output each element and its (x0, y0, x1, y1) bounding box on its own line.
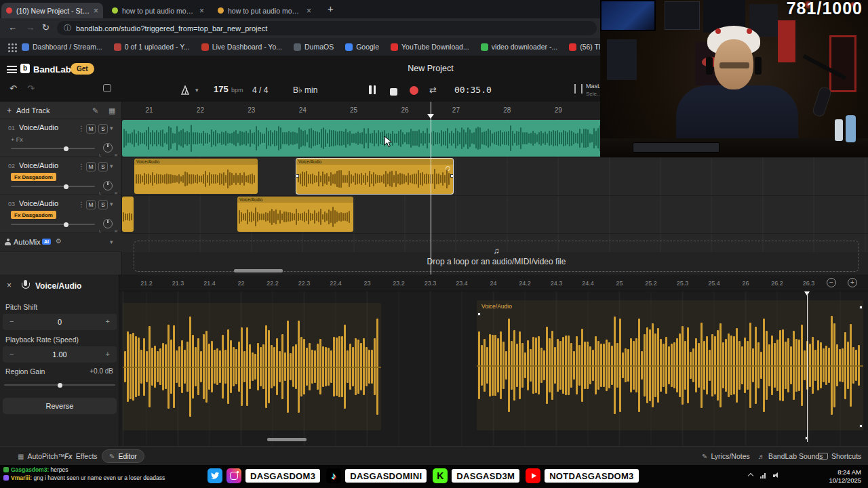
track-header-2[interactable]: 02 Voice/Audio Fx Dasgasdom ⋮ M S ▾ L R (0, 157, 122, 195)
audio-clip-track3-b[interactable]: Voice/Audio (237, 197, 353, 232)
close-tab-icon[interactable]: × (199, 6, 204, 16)
plus-icon[interactable]: + (106, 317, 110, 325)
effects-tab[interactable]: Fx Effects (64, 447, 98, 466)
editor-tab[interactable]: ✎ Editor (102, 449, 144, 463)
region-gain-slider[interactable] (4, 384, 115, 386)
editor-clip-right[interactable]: Voice/Audio (477, 300, 863, 430)
solo-button[interactable]: S (98, 162, 108, 171)
add-track-row[interactable]: + Add Track ✎ ▦ (0, 102, 122, 119)
close-tab-icon[interactable]: × (94, 6, 98, 16)
redo-icon[interactable]: ↷ (27, 83, 35, 94)
playhead[interactable] (431, 102, 431, 274)
audio-clip-track2-a[interactable]: Voice/Audio (134, 159, 258, 194)
bandlab-logo[interactable]: b (20, 64, 30, 73)
add-fx-button[interactable]: + Fx (11, 136, 23, 143)
gear-icon[interactable]: ⚙ (56, 237, 62, 245)
lyrics-notes-button[interactable]: ✎ Lyrics/Notes (702, 447, 750, 466)
audio-clip-track3-a[interactable] (122, 197, 134, 232)
volume-slider[interactable] (11, 186, 95, 187)
bandlab-sounds-button[interactable]: ♬ BandLab Sounds (758, 447, 823, 466)
new-tab-button[interactable]: + (328, 3, 334, 14)
solo-button[interactable]: S (98, 200, 108, 209)
stop-button[interactable] (390, 86, 397, 98)
clip-handle[interactable] (450, 174, 453, 178)
system-clock[interactable]: 8:24 AM 10/12/2025 (812, 468, 861, 485)
reverse-button[interactable]: Reverse (3, 398, 117, 414)
editor-playhead[interactable] (807, 291, 808, 442)
autopitch-tab[interactable]: ▦ AutoPitch™ (18, 447, 65, 466)
shortcuts-button[interactable]: Shortcuts (818, 447, 861, 466)
close-tab-icon[interactable]: × (307, 6, 311, 16)
menu-icon[interactable] (7, 66, 17, 73)
bookmark-item[interactable]: YouTube Download... (391, 43, 469, 51)
chevron-down-icon[interactable]: ▾ (110, 163, 113, 169)
mute-button[interactable]: M (86, 200, 96, 209)
record-button[interactable] (410, 85, 418, 98)
mute-button[interactable]: M (86, 162, 96, 171)
master-fader-icon[interactable] (574, 84, 583, 94)
loop-icon[interactable]: ⇄ (429, 85, 437, 95)
site-info-icon[interactable]: ⓘ (64, 23, 71, 33)
kebab-menu-icon[interactable]: ⋮ (78, 125, 85, 132)
kebab-menu-icon[interactable]: ⋮ (78, 163, 85, 170)
bookmark-item[interactable]: video downloader -... (481, 43, 557, 51)
pan-knob[interactable] (103, 181, 113, 190)
track-header-1[interactable]: 01 Voice/Audio + Fx ⋮ M S ▾ L R (0, 119, 122, 157)
browser-tab-3[interactable]: how to put audio mono on ba × (213, 3, 316, 18)
refresh-icon[interactable]: ↻ (42, 22, 50, 33)
solo-button[interactable]: S (98, 124, 108, 134)
fx-preset-badge[interactable]: Fx Dasgasdom (11, 211, 56, 219)
bookmark-item[interactable]: 0 of 1 uploaded - Y... (114, 43, 190, 51)
fx-preset-badge[interactable]: Fx Dasgasdom (11, 173, 56, 181)
network-icon[interactable] (760, 473, 766, 479)
audio-clip-track2-b[interactable]: Voice/Audio (296, 159, 453, 194)
chevron-down-icon[interactable]: ▾ (195, 87, 199, 94)
zoom-out-icon[interactable]: − (827, 278, 836, 287)
clip-handle[interactable] (859, 424, 863, 428)
tray-caret-icon[interactable] (748, 472, 753, 478)
mute-button[interactable]: M (86, 124, 96, 134)
url-bar[interactable]: ⓘ bandlab.com/studio?triggered_from=top_… (57, 21, 597, 35)
volume-slider[interactable] (11, 148, 95, 149)
horizontal-scrollbar[interactable] (234, 269, 283, 272)
browser-tab-1[interactable]: (10) New Project - Studio × (1, 3, 103, 18)
editor-waveform-area[interactable]: Voice/Audio (119, 291, 868, 446)
volume-slider[interactable] (11, 224, 95, 225)
clip-handle[interactable] (296, 174, 299, 178)
automix-row[interactable]: AutoMix AI ⚙ ▾ (0, 233, 122, 252)
undo-icon[interactable]: ↶ (9, 83, 17, 94)
chevron-down-icon[interactable]: ▾ (110, 239, 113, 245)
editor-ruler[interactable]: 21.221.321.42222.222.322.42323.223.323.4… (119, 274, 868, 291)
clip-handle[interactable] (859, 306, 863, 309)
playback-rate-stepper[interactable]: − 1.00 + (3, 346, 117, 363)
get-button[interactable]: Get (71, 63, 94, 75)
close-icon[interactable]: × (7, 281, 12, 290)
forward-icon[interactable]: → (26, 22, 35, 33)
track-header-3[interactable]: 03 Voice/Audio Fx Dasgasdom ⋮ M S ▾ L R (0, 195, 122, 233)
pencil-icon[interactable]: ✎ (92, 106, 98, 115)
project-title[interactable]: New Project (380, 64, 481, 73)
metronome-icon[interactable] (180, 85, 190, 98)
browser-tab-2[interactable]: how to put audio mono on ba × (107, 3, 209, 18)
bookmark-item[interactable]: Dashboard / Stream... (22, 43, 102, 51)
grid-icon[interactable]: ▦ (108, 106, 115, 115)
pan-knob[interactable] (103, 219, 113, 228)
clip-handle[interactable] (477, 312, 481, 316)
pitch-shift-stepper[interactable]: − 0 + (3, 314, 117, 330)
pause-button[interactable] (369, 85, 376, 94)
editor-scrollbar[interactable] (267, 438, 307, 441)
pan-knob[interactable] (103, 143, 113, 152)
bookmark-item[interactable]: Live Dashboard - Yo... (201, 43, 282, 51)
time-signature[interactable]: 4 / 4 (252, 85, 268, 95)
selection-tool-icon[interactable] (103, 84, 111, 92)
chevron-down-icon[interactable]: ▾ (110, 125, 113, 131)
speaker-icon[interactable] (773, 472, 781, 479)
bookmark-item[interactable]: DumaOS (294, 43, 334, 51)
apps-grid-icon[interactable] (8, 47, 10, 49)
bpm-value[interactable]: 175 (214, 84, 229, 94)
plus-icon[interactable]: + (106, 350, 110, 358)
drop-zone[interactable]: ♫ Drop a loop or an audio/MIDI/video fil… (134, 241, 859, 272)
bookmark-item[interactable]: Google (345, 43, 379, 51)
back-icon[interactable]: ← (8, 22, 17, 33)
kebab-menu-icon[interactable]: ⋮ (78, 201, 85, 208)
